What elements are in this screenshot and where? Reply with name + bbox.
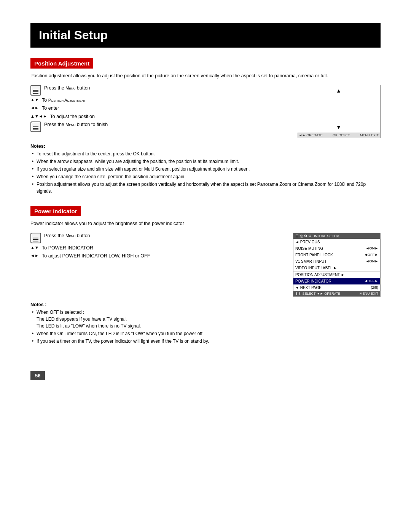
power-instruction-row-1: Press the Menu button [30,233,282,243]
diagram-bottom-mid: OK RESET [333,133,350,137]
instr-text-4: To adjust the position [50,113,95,120]
instruction-row-2: ▲▼ To Position Adjustment [30,97,285,104]
power-instruction-row-3: ◄► To adjust POWER INDICATOR LOW, HIGH o… [30,253,282,260]
instruction-row-3: ◄► To enter [30,105,285,112]
power-note-item-2: When the On Timer turns ON, the LED is l… [30,330,381,337]
instruction-row-1: Press the Menu button [30,85,285,96]
notes-title-position: Notes: [30,144,381,149]
instruction-area-power: Press the Menu button ▲▼ To POWER INDICA… [30,233,381,297]
menu-footer-right: MENU EXIT [360,292,378,296]
menu-row-value: ◄ON► [366,259,378,264]
menu-row-front-panel: FRONT PANEL LOCK ◄OFF► [293,252,380,258]
menu-row-label: POSITION ADJUSTMENT ► [295,272,345,278]
menu-row-next: ▼ NEXT PAGE (2/5) [293,284,380,291]
power-instruction-row-2: ▲▼ To POWER INDICATOR [30,245,282,252]
menu-row-label: NOISE MUTING [295,246,323,251]
instruction-area-position: Press the Menu button ▲▼ To Position Adj… [30,85,381,138]
menu-row-v1-smart: V1 SMART INPUT ◄ON► [293,258,380,265]
section-intro-power: Power indicator allows you to adjust the… [30,220,381,227]
notes-title-power: Notes : [30,302,381,307]
menu-header-icons: ☰ ◎ ✿ ⚙ [295,234,312,238]
diagram-arrow-down: ▼ [336,124,341,130]
note-item: When you change the screen size, perform… [30,173,381,180]
power-instr-text-1: Press the Menu button [44,233,90,240]
menu-row-label: ◄ PREVIOUS [295,239,320,245]
instructions-left-power: Press the Menu button ▲▼ To POWER INDICA… [30,233,282,261]
page-title: Initial Setup [30,23,381,48]
section-header-position: Position Adjustment [30,58,93,69]
menu-row-noise: NOISE MUTING ◄ON► [293,245,380,252]
power-instr-text-2: To POWER INDICATOR [42,245,93,252]
menu-row-previous: ◄ PREVIOUS [293,239,380,245]
arrows-lr-icon-2: ◄► [30,253,39,258]
instr-text-2: To Position Adjustment [42,97,86,104]
notes-list-position: To reset the adjustment to the center, p… [30,150,381,195]
menu-row-label: ▼ NEXT PAGE [295,285,322,291]
power-note-item-3: If you set a timer on the TV, the power … [30,338,381,345]
menu-row-position: POSITION ADJUSTMENT ► [293,271,380,278]
page-number: 56 [30,371,45,380]
menu-screenshot: ☰ ◎ ✿ ⚙ INITIAL SETUP ◄ PREVIOUS NOISE M… [293,233,381,297]
note-item: When the arrow disappears, while you are… [30,158,381,165]
section-intro-position: Position adjustment allows you to adjust… [30,72,381,80]
arrows-both-icon-1: ▲▼◄► [30,114,47,118]
notes-block-power: Notes : When OFF is selected :The LED di… [30,302,381,345]
menu-row-video-input: VIDEO INPUT LABEL ► [293,265,380,271]
diagram-bottom-right: MENU EXIT [360,133,379,137]
instr-text-5: Press the Menu button to finish [44,121,108,128]
menu-icon-2 [30,121,41,132]
instructions-right-position: ▲ ▼ ◄► OPERATE OK RESET MENU EXIT [297,85,381,138]
notes-block-position: Notes: To reset the adjustment to the ce… [30,144,381,195]
section-position-adjustment: Position Adjustment Position adjustment … [30,58,381,195]
menu-row-label: FRONT PANEL LOCK [295,252,333,258]
arrows-lr-icon-1: ◄► [30,105,39,110]
section-header-power: Power Indicator [30,206,81,216]
instr-text-3: To enter [42,105,59,112]
instruction-row-5: Press the Menu button to finish [30,121,285,132]
note-item: To reset the adjustment to the center, p… [30,150,381,157]
instr-text-1: Press the Menu button [44,85,90,92]
menu-row-label: V1 SMART INPUT [295,259,327,264]
menu-row-value: ◄ON► [366,246,378,251]
arrows-ud-icon-1: ▲▼ [30,97,39,102]
menu-row-power-indicator: POWER INDICATOR ◄OFF► [293,278,380,284]
menu-row-label: VIDEO INPUT LABEL ► [295,265,337,271]
power-note-item-1: When OFF is selected :The LED disappears… [30,309,381,329]
arrows-ud-icon-2: ▲▼ [30,245,39,250]
instructions-right-power: ☰ ◎ ✿ ⚙ INITIAL SETUP ◄ PREVIOUS NOISE M… [293,233,381,297]
menu-header: ☰ ◎ ✿ ⚙ INITIAL SETUP [293,233,380,239]
diagram-bottom-left: ◄► OPERATE [299,133,323,137]
menu-header-label: INITIAL SETUP [314,234,339,238]
section-power-indicator: Power Indicator Power indicator allows y… [30,206,381,345]
note-item: Position adjustment allows you to adjust… [30,181,381,195]
instructions-left-position: Press the Menu button ▲▼ To Position Adj… [30,85,285,134]
power-instr-text-3: To adjust POWER INDICATOR LOW, HIGH or O… [42,253,150,260]
tv-diagram: ▲ ▼ ◄► OPERATE OK RESET MENU EXIT [297,85,381,138]
menu-footer: ⬆⬇ SELECT ◄► OPERATE MENU EXIT [293,291,380,296]
menu-icon-3 [30,233,41,243]
diagram-arrow-up: ▲ [336,88,341,94]
diagram-bottom-bar: ◄► OPERATE OK RESET MENU EXIT [297,133,380,138]
menu-icon-1 [30,85,41,96]
menu-row-value: ◄OFF► [364,252,378,258]
note-item: If you select regular size and slim size… [30,166,381,173]
menu-row-value: ◄OFF► [364,278,378,284]
instruction-row-4: ▲▼◄► To adjust the position [30,113,285,120]
menu-footer-left: ⬆⬇ SELECT ◄► OPERATE [295,292,341,296]
menu-row-label: POWER INDICATOR [295,278,331,284]
menu-row-value: (2/5) [371,285,378,291]
notes-list-power: When OFF is selected :The LED disappears… [30,309,381,345]
